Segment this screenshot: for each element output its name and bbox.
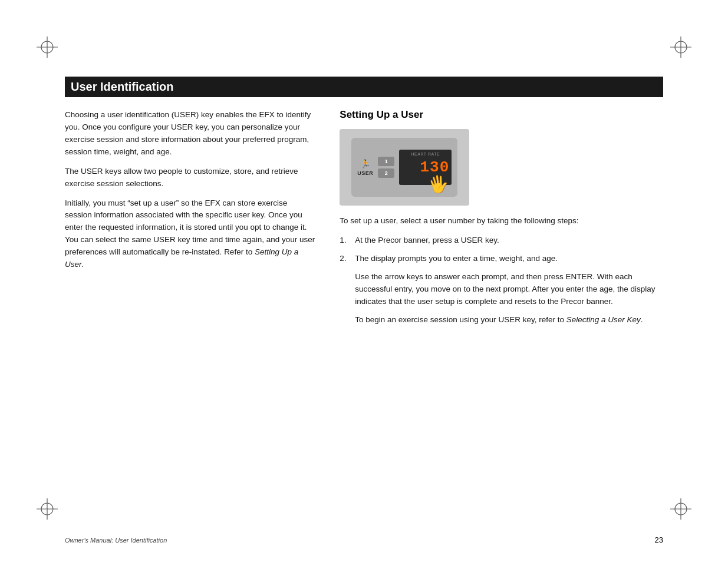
corner-mark-br xyxy=(669,497,693,521)
selecting-user-key-italic: Selecting a User Key xyxy=(566,315,641,324)
paragraph-1: Choosing a user identification (USER) ke… xyxy=(65,109,316,158)
page-title-bar: User Identification xyxy=(65,77,663,97)
step-2-number: 2. xyxy=(340,253,350,265)
device-panel: 🏃 USER 1 2 HEART RATE 130 🖐 xyxy=(351,138,457,197)
corner-mark-tr xyxy=(669,35,693,59)
user-btn-2: 2 xyxy=(378,168,394,178)
right-column: Setting Up a User 🏃 USER 1 2 xyxy=(340,109,663,332)
page-container: User Identification Choosing a user iden… xyxy=(0,0,728,562)
device-image: 🏃 USER 1 2 HEART RATE 130 🖐 xyxy=(340,129,469,206)
section-title: Setting Up a User xyxy=(340,109,663,121)
page-title: User Identification xyxy=(71,80,657,94)
step-1: 1. At the Precor banner, press a USER ke… xyxy=(340,234,663,247)
user-section: 🏃 USER xyxy=(357,159,373,176)
paragraph-2: The USER keys allow two people to custom… xyxy=(65,166,316,190)
corner-mark-bl xyxy=(35,497,59,521)
user-label: USER xyxy=(357,170,373,176)
step-1-text: At the Precor banner, press a USER key. xyxy=(355,234,499,247)
sub-paragraph-2: To begin an exercise session using your … xyxy=(340,314,663,326)
step-1-number: 1. xyxy=(340,234,350,247)
step-2-text: The display prompts you to enter a time,… xyxy=(355,253,558,265)
user-buttons: 1 2 xyxy=(378,157,394,178)
page-number: 23 xyxy=(655,535,663,544)
device-inner: 🏃 USER 1 2 HEART RATE 130 🖐 xyxy=(340,129,469,206)
left-column: Choosing a user identification (USER) ke… xyxy=(65,109,316,278)
steps-list: 1. At the Precor banner, press a USER ke… xyxy=(340,234,663,265)
content-area: User Identification Choosing a user iden… xyxy=(65,77,663,503)
intro-text: To set up a user, select a user number b… xyxy=(340,215,663,227)
user-btn-1: 1 xyxy=(378,157,394,166)
step-2: 2. The display prompts you to enter a ti… xyxy=(340,253,663,265)
corner-mark-tl xyxy=(35,35,59,59)
sub-paragraph-1: Use the arrow keys to answer each prompt… xyxy=(340,271,663,308)
runner-icon: 🏃 xyxy=(360,159,370,168)
two-column-layout: Choosing a user identification (USER) ke… xyxy=(65,109,663,332)
paragraph-3: Initially, you must “set up a user” so t… xyxy=(65,197,316,272)
page-footer: Owner's Manual: User Identification 23 xyxy=(65,535,663,544)
italic-phrase: Setting Up a User xyxy=(65,247,298,269)
hand-icon: 🖐 xyxy=(427,173,450,196)
footer-label: Owner's Manual: User Identification xyxy=(65,537,167,544)
heart-rate-label: HEART RATE xyxy=(399,152,452,156)
